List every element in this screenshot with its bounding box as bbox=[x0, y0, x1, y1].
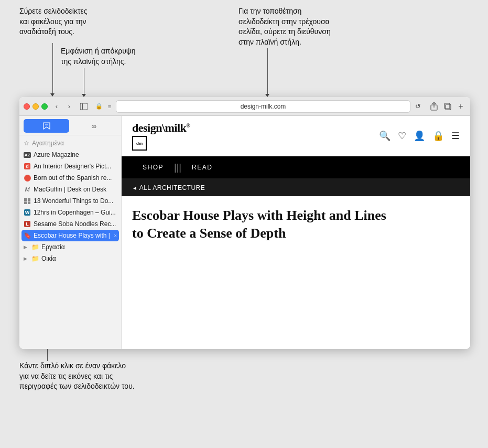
star-icon: ☆ bbox=[24, 140, 29, 147]
interior-label: An Interior Designer's Pict... bbox=[34, 163, 117, 170]
arrow-right-icon: ▶ bbox=[24, 244, 29, 250]
close-button[interactable] bbox=[24, 103, 30, 110]
address-bar[interactable]: design-milk.com bbox=[116, 100, 410, 113]
reload-button[interactable]: ↺ bbox=[413, 101, 423, 112]
wp-badge: W bbox=[24, 209, 31, 216]
escobar-icon: 🔖 bbox=[24, 232, 31, 239]
address-text: design-milk.com bbox=[241, 103, 286, 110]
born-icon bbox=[24, 174, 31, 182]
azure-icon: AZ bbox=[24, 151, 31, 158]
macguffin-icon: M bbox=[24, 186, 31, 193]
mac-badge: M bbox=[25, 186, 29, 193]
reader-icon[interactable]: ≡ bbox=[105, 102, 114, 111]
folder-icon-ergasia: 📁 bbox=[31, 243, 39, 251]
sidebar-item-12hrs[interactable]: W 12hrs in Copenhagen – Gui... bbox=[19, 207, 121, 218]
main-content: design\milk® dm 🔍 ♡ 👤 🔒 ☰ SHOP ||| READ bbox=[122, 116, 470, 349]
minimize-button[interactable] bbox=[32, 103, 39, 110]
l-badge: L bbox=[24, 221, 30, 227]
12hrs-label: 12hrs in Copenhagen – Gui... bbox=[34, 209, 117, 216]
sesame-icon: L bbox=[24, 220, 31, 228]
sidebar-toggle-button[interactable] bbox=[78, 101, 90, 112]
d-badge: d bbox=[24, 163, 30, 169]
fullscreen-button[interactable] bbox=[41, 103, 48, 110]
folder-ergasia-label: Εργασία bbox=[41, 243, 65, 251]
account-icon[interactable]: 👤 bbox=[414, 130, 425, 142]
browser-window: ‹ › 🔒 ≡ design-milk.com ↺ bbox=[19, 97, 470, 349]
menu-icon[interactable]: ☰ bbox=[451, 130, 460, 142]
lock-icon[interactable]: 🔒 bbox=[432, 130, 444, 142]
tab-reading-list[interactable]: ∞ bbox=[71, 119, 117, 133]
header-icons: 🔍 ♡ 👤 🔒 ☰ bbox=[379, 130, 460, 142]
bookmark-icon: 🔖 bbox=[24, 232, 31, 239]
annotation-drag: Σύρετε σελιδοδείκτες και φακέλους για τη… bbox=[19, 6, 87, 37]
12hrs-icon: W bbox=[24, 209, 31, 216]
favorites-label: Αγαπημένα bbox=[32, 140, 117, 147]
interior-icon: d bbox=[24, 163, 31, 170]
nav-shop[interactable]: SHOP bbox=[132, 156, 174, 178]
logo-container: design\milk® dm bbox=[132, 121, 190, 151]
az-badge: AZ bbox=[24, 152, 31, 158]
favorites-header: ☆ Αγαπημένα bbox=[19, 137, 121, 149]
folder-icon-oikia: 📁 bbox=[31, 255, 39, 262]
arrow-right-icon-oikia: ▶ bbox=[24, 256, 29, 261]
sesame-label: Sesame Soba Noodles Rec... bbox=[34, 220, 117, 228]
dm-text: dm bbox=[136, 141, 143, 146]
sidebar-item-interior[interactable]: d An Interior Designer's Pict... bbox=[19, 161, 121, 172]
sidebar-tabs: ∞ bbox=[19, 116, 121, 135]
folder-oikia[interactable]: ▶ 📁 Οικία bbox=[19, 253, 121, 264]
sidebar-item-macguffin[interactable]: M MacGuffin | Desk on Desk bbox=[19, 184, 121, 195]
ann-line-1 bbox=[52, 43, 53, 95]
nav-buttons: ‹ › bbox=[51, 101, 75, 112]
13wonderful-icon bbox=[24, 197, 31, 205]
address-bar-container: 🔒 ≡ design-milk.com ↺ bbox=[95, 100, 423, 113]
tabs-button[interactable] bbox=[442, 101, 453, 112]
ann-line-sidebar bbox=[84, 68, 84, 95]
wishlist-icon[interactable]: ♡ bbox=[398, 130, 406, 142]
macguffin-label: MacGuffin | Desk on Desk bbox=[34, 186, 117, 193]
annotation-top-right: Για την τοποθέτηση σελιδοδείκτη στην τρέ… bbox=[238, 6, 331, 47]
search-icon[interactable]: 🔍 bbox=[379, 130, 391, 142]
annotation-double-click: Κάντε διπλό κλικ σε έναν φάκελο για να δ… bbox=[19, 361, 135, 392]
sidebar-items-list: ☆ Αγαπημένα AZ Azure Magazine d An Inter… bbox=[19, 135, 121, 349]
traffic-lights bbox=[24, 103, 48, 110]
sidebar-item-13wonderful[interactable]: 13 Wonderful Things to Do... bbox=[19, 195, 121, 207]
toolbar-actions: + bbox=[428, 101, 466, 112]
back-button[interactable]: ‹ bbox=[51, 101, 62, 112]
born-label: Born out of the Spanish re... bbox=[34, 174, 117, 182]
website-header: design\milk® dm 🔍 ♡ 👤 🔒 ☰ bbox=[122, 116, 470, 156]
sidebar-item-sesame[interactable]: L Sesame Soba Noodles Rec... bbox=[19, 218, 121, 230]
nav-separator: ||| bbox=[174, 162, 181, 173]
azure-label: Azure Magazine bbox=[34, 151, 117, 158]
nav-bar: SHOP ||| READ bbox=[122, 156, 470, 178]
nav-read[interactable]: READ bbox=[181, 156, 223, 178]
folder-ergasia[interactable]: ▶ 📁 Εργασία bbox=[19, 241, 121, 253]
ann-arrow-1 bbox=[50, 93, 55, 97]
folder-oikia-label: Οικία bbox=[41, 255, 56, 262]
annotation-sidebar-toggle: Εμφάνιση ή απόκρυψη της πλαϊνής στήλης. bbox=[61, 46, 136, 67]
article-content: Escobar House Plays with Height and Line… bbox=[122, 196, 470, 349]
logo-text: design\milk® bbox=[132, 121, 190, 135]
13wonderful-label: 13 Wonderful Things to Do... bbox=[34, 197, 117, 205]
ann-line-2 bbox=[267, 48, 268, 95]
all-architecture-link[interactable]: ALL ARCHITECTURE bbox=[132, 184, 205, 191]
logo-icon: dm bbox=[132, 136, 147, 151]
category-bar: ALL ARCHITECTURE bbox=[122, 178, 470, 196]
sidebar: ∞ ☆ Αγαπημένα AZ Azure Magazine bbox=[19, 116, 122, 349]
share-button[interactable] bbox=[428, 101, 440, 112]
grid-icon bbox=[24, 198, 30, 204]
privacy-icon: 🔒 bbox=[95, 102, 103, 111]
escobar-label: Escobar House Plays with | bbox=[34, 232, 111, 239]
sidebar-item-azure[interactable]: AZ Azure Magazine bbox=[19, 149, 121, 161]
browser-content: ∞ ☆ Αγαπημένα AZ Azure Magazine bbox=[19, 116, 470, 349]
article-title: Escobar House Plays with Height and Line… bbox=[132, 207, 426, 242]
escobar-close-icon[interactable]: × bbox=[114, 233, 117, 239]
title-bar: ‹ › 🔒 ≡ design-milk.com ↺ bbox=[19, 97, 470, 116]
tab-bookmarks[interactable] bbox=[24, 119, 69, 133]
sidebar-item-escobar[interactable]: 🔖 Escobar House Plays with | × bbox=[21, 230, 119, 241]
new-tab-button[interactable]: + bbox=[456, 101, 466, 112]
forward-button[interactable]: › bbox=[63, 101, 75, 112]
svg-rect-0 bbox=[80, 103, 88, 110]
sidebar-item-born[interactable]: Born out of the Spanish re... bbox=[19, 172, 121, 184]
